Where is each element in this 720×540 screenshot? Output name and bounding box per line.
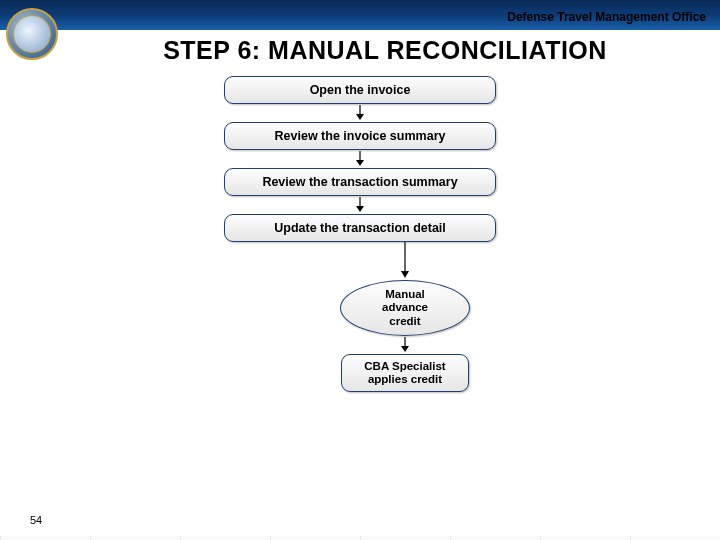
step-review-invoice-summary: Review the invoice summary (224, 122, 496, 150)
step-cba-specialist-applies-credit: CBA Specialist applies credit (341, 354, 469, 392)
arrow-down-icon (355, 105, 365, 121)
small-box-label: CBA Specialist applies credit (364, 360, 445, 385)
arrow-down-icon (400, 337, 410, 353)
flowchart: Open the invoice Review the invoice summ… (0, 76, 720, 392)
slide-title: STEP 6: MANUAL RECONCILIATION (70, 36, 700, 65)
dod-seal (6, 8, 58, 60)
svg-marker-5 (356, 206, 364, 212)
step-update-transaction-detail: Update the transaction detail (224, 214, 496, 242)
arrow-down-icon (355, 151, 365, 167)
step-manual-advance-credit: Manual advance credit (340, 280, 470, 336)
svg-marker-7 (401, 271, 409, 278)
org-name: Defense Travel Management Office (507, 10, 706, 24)
svg-marker-1 (356, 114, 364, 120)
page-number: 54 (30, 514, 42, 526)
svg-marker-9 (401, 346, 409, 352)
svg-marker-3 (356, 160, 364, 166)
step-open-invoice: Open the invoice (224, 76, 496, 104)
connector-elbow (400, 242, 410, 280)
arrow-down-icon (355, 197, 365, 213)
step-review-transaction-summary: Review the transaction summary (224, 168, 496, 196)
oval-label: Manual advance credit (382, 288, 428, 328)
thumbnail-strip (0, 536, 720, 540)
